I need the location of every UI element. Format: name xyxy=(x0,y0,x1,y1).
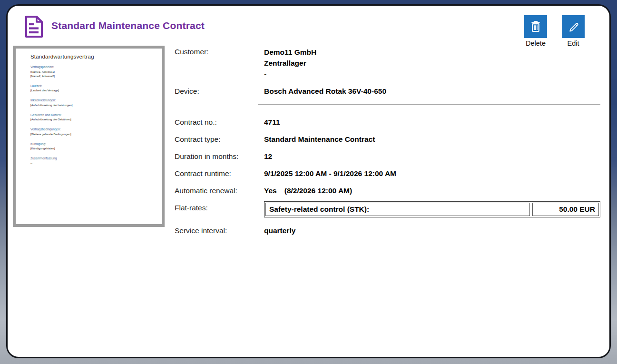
header-actions: Delete Edit xyxy=(524,15,585,47)
preview-section: Vertragsparteien: [Name1, Adresse1] [Nam… xyxy=(30,65,153,79)
field-renewal: Automatic renewal: Yes (8/2/2026 12:00 A… xyxy=(175,186,600,196)
preview-section: Vertragsbedingungen: [Weitere geltende B… xyxy=(30,128,153,137)
preview-line: [Aufschlüsselung der Gebühren] xyxy=(30,118,153,122)
field-label: Flat-rates: xyxy=(175,203,264,213)
preview-line: [Name1, Adresse1] xyxy=(30,70,153,74)
content-area: Standardwartungsvertrag Vertragsparteien… xyxy=(8,38,609,243)
field-value: Yes xyxy=(264,186,277,196)
field-duration: Duration in months: 12 xyxy=(175,151,600,161)
preview-section: Laufzeit: [Laufzeit des Vertrags] xyxy=(30,84,153,93)
customer-extra: - xyxy=(264,69,316,79)
field-value: Bosch Advanced Rotak 36V-40-650 xyxy=(264,86,386,96)
preview-section: Zusammenfassung -- xyxy=(30,157,153,166)
customer-location: Zentrallager xyxy=(264,58,316,69)
trash-icon[interactable] xyxy=(524,15,547,38)
field-contract-type: Contract type: Standard Maintenance Cont… xyxy=(175,134,600,144)
contract-detail-card: Standard Maintenance Contract Delete xyxy=(6,4,611,358)
field-label: Device: xyxy=(175,86,264,96)
edit-button-label[interactable]: Edit xyxy=(568,39,579,47)
preview-heading: Inklusivleistungen: xyxy=(30,98,153,102)
flat-rate-price: 50.00 EUR xyxy=(532,203,599,216)
customer-name: Demo11 GmbH xyxy=(264,47,316,58)
renewal-date-note: (8/2/2026 12:00 AM) xyxy=(284,186,352,196)
flat-rates-table: Safety-related control (STK): 50.00 EUR xyxy=(264,201,600,217)
field-device: Device: Bosch Advanced Rotak 36V-40-650 xyxy=(175,86,600,96)
delete-button[interactable]: Delete xyxy=(524,15,547,47)
field-service-interval: Service interval: quarterly xyxy=(175,226,600,236)
preview-section: Gebühren und Kosten: [Aufschlüsselung de… xyxy=(30,113,153,122)
field-label: Service interval: xyxy=(175,226,264,236)
field-contract-no: Contract no.: 4711 xyxy=(175,117,600,127)
preview-line: [Aufschlüsselung der Leistungen] xyxy=(30,103,153,108)
preview-heading: Vertragsparteien: xyxy=(30,65,153,69)
field-value: quarterly xyxy=(264,226,295,236)
field-label: Contract type: xyxy=(175,134,264,144)
preview-heading: Vertragsbedingungen: xyxy=(30,128,153,131)
pencil-icon[interactable] xyxy=(562,15,585,38)
field-label: Duration in months: xyxy=(175,151,264,161)
document-icon xyxy=(24,15,44,38)
field-label: Contract runtime: xyxy=(175,168,264,178)
field-customer: Customer: Demo11 GmbH Zentrallager - xyxy=(175,47,600,79)
preview-section: Inklusivleistungen: [Aufschlüsselung der… xyxy=(30,98,153,108)
preview-heading: Gebühren und Kosten: xyxy=(30,113,153,117)
preview-title: Standardwartungsvertrag xyxy=(30,54,153,59)
preview-line: [Name2, Adresse2] xyxy=(30,74,153,79)
delete-button-label[interactable]: Delete xyxy=(526,39,546,47)
field-value: 9/1/2025 12:00 AM - 9/1/2026 12:00 AM xyxy=(264,168,396,178)
preview-section: Kündigung: [Kündigungsfristen] xyxy=(30,142,153,151)
field-value: 4711 xyxy=(264,117,280,127)
contract-details: Customer: Demo11 GmbH Zentrallager - Dev… xyxy=(165,46,600,243)
contract-document-preview[interactable]: Standardwartungsvertrag Vertragsparteien… xyxy=(13,46,165,227)
field-label: Automatic renewal: xyxy=(175,186,264,196)
field-value: Demo11 GmbH Zentrallager - xyxy=(264,47,316,79)
page-title: Standard Maintenance Contract xyxy=(51,20,205,31)
field-value: Standard Maintenance Contract xyxy=(264,134,375,144)
preview-heading: Zusammenfassung xyxy=(30,157,153,160)
field-flat-rates: Flat-rates: Safety-related control (STK)… xyxy=(175,203,600,217)
preview-line: -- xyxy=(30,161,153,166)
field-runtime: Contract runtime: 9/1/2025 12:00 AM - 9/… xyxy=(175,168,600,178)
edit-button[interactable]: Edit xyxy=(562,15,585,47)
flat-rate-name: Safety-related control (STK): xyxy=(265,203,530,216)
preview-heading: Kündigung: xyxy=(30,142,153,146)
preview-heading: Laufzeit: xyxy=(30,84,153,88)
section-divider xyxy=(258,104,600,105)
preview-line: [Weitere geltende Bedingungen] xyxy=(30,132,153,137)
preview-line: [Laufzeit des Vertrags] xyxy=(30,89,153,93)
field-label: Contract no.: xyxy=(175,117,264,127)
field-label: Customer: xyxy=(175,47,264,57)
field-value: 12 xyxy=(264,151,272,161)
card-header: Standard Maintenance Contract Delete xyxy=(8,6,609,38)
preview-line: [Kündigungsfristen] xyxy=(30,147,153,151)
